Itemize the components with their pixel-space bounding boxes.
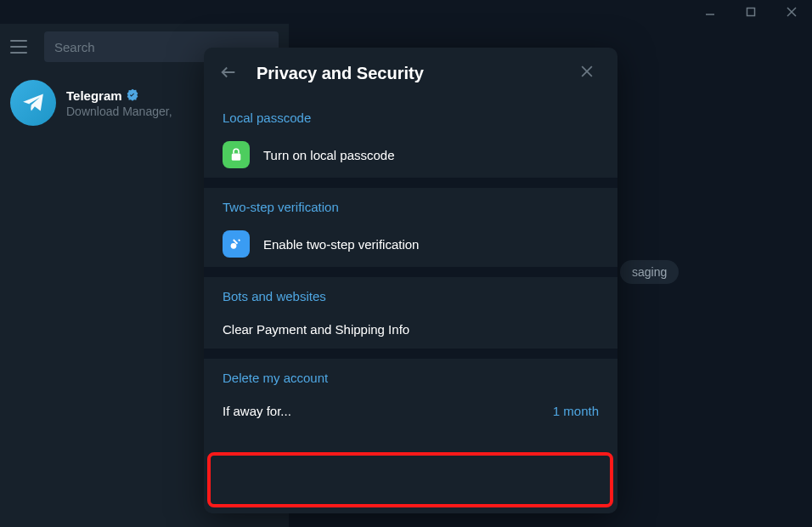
maximize-button[interactable] (739, 0, 763, 24)
modal-body[interactable]: Local passcode Turn on local passcode Tw… (204, 99, 617, 513)
item-label: Enable two-step verification (263, 237, 419, 252)
section-two-step: Two-step verification Enable two-step ve… (204, 188, 617, 267)
section-header: Two-step verification (204, 188, 617, 221)
svg-point-8 (231, 243, 237, 249)
section-delete-account: Delete my account If away for... 1 month (204, 359, 617, 430)
modal-header: Privacy and Security (204, 48, 617, 99)
item-value: 1 month (553, 404, 599, 418)
item-label: If away for... (223, 404, 291, 418)
local-passcode-item[interactable]: Turn on local passcode (204, 132, 617, 178)
menu-button[interactable] (10, 37, 31, 57)
background-pill: saging (620, 260, 679, 284)
section-bots: Bots and websites Clear Payment and Ship… (204, 277, 617, 348)
key-icon (223, 230, 250, 258)
window-titlebar (0, 0, 812, 24)
lock-icon (223, 141, 250, 168)
svg-rect-7 (232, 154, 241, 161)
svg-rect-1 (747, 8, 755, 16)
clear-payment-item[interactable]: Clear Payment and Shipping Info (204, 310, 617, 348)
two-step-item[interactable]: Enable two-step verification (204, 221, 617, 267)
section-header: Local passcode (204, 99, 617, 132)
svg-rect-10 (238, 239, 240, 241)
close-button[interactable] (780, 0, 804, 24)
close-icon[interactable] (578, 63, 599, 83)
divider (204, 267, 617, 277)
section-header: Bots and websites (204, 277, 617, 310)
divider (204, 178, 617, 188)
modal-title: Privacy and Security (257, 64, 561, 83)
if-away-for-item[interactable]: If away for... 1 month (204, 392, 617, 430)
back-button[interactable] (219, 63, 240, 83)
section-header: Delete my account (204, 359, 617, 392)
section-local-passcode: Local passcode Turn on local passcode (204, 99, 617, 178)
minimize-button[interactable] (698, 0, 722, 24)
settings-modal: Privacy and Security Local passcode Turn… (204, 48, 617, 513)
avatar (10, 80, 56, 126)
verified-badge-icon (126, 88, 139, 102)
item-label: Turn on local passcode (263, 148, 395, 162)
divider (204, 348, 617, 359)
